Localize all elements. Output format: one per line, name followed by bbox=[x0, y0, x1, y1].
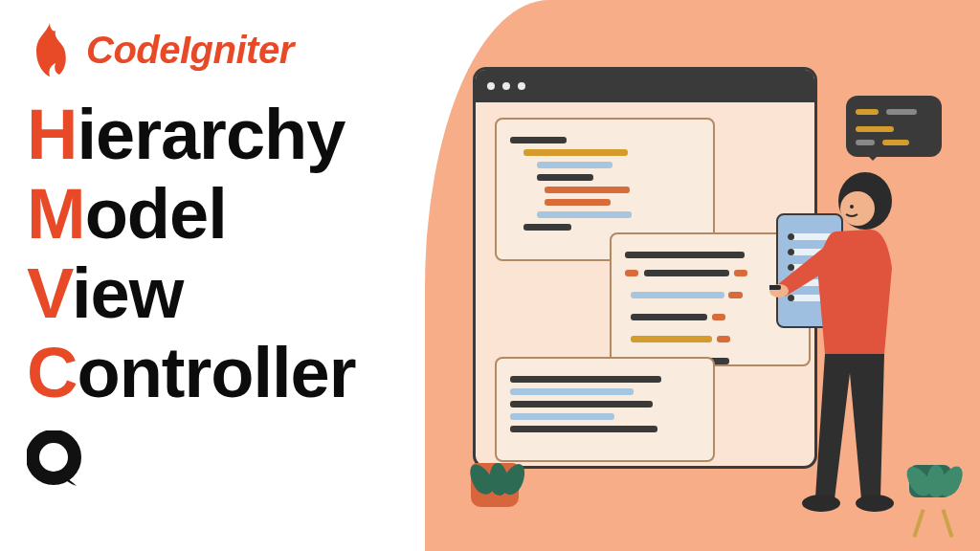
svg-point-3 bbox=[850, 205, 854, 209]
svg-point-7 bbox=[856, 495, 894, 512]
svg-point-0 bbox=[33, 436, 75, 478]
browser-titlebar bbox=[476, 70, 814, 102]
speech-bubble-icon bbox=[846, 96, 942, 157]
term-controller: Controller bbox=[27, 334, 448, 413]
svg-point-6 bbox=[802, 495, 840, 512]
left-panel: CodeIgniter Hierarchy Model View Control… bbox=[27, 21, 448, 492]
illustration bbox=[463, 57, 942, 517]
browser-window bbox=[473, 67, 817, 469]
plant-right bbox=[909, 465, 951, 497]
q-logo-icon bbox=[27, 430, 448, 492]
svg-point-2 bbox=[840, 191, 875, 226]
term-model: Model bbox=[27, 175, 448, 254]
brand-name: CodeIgniter bbox=[86, 29, 294, 72]
term-view: View bbox=[27, 254, 448, 334]
code-pane-3 bbox=[495, 357, 715, 462]
hmvc-terms: Hierarchy Model View Controller bbox=[27, 96, 448, 413]
term-hierarchy: Hierarchy bbox=[27, 96, 448, 175]
flame-icon bbox=[27, 21, 73, 78]
plant-left bbox=[471, 463, 519, 507]
brand-row: CodeIgniter bbox=[27, 21, 448, 78]
svg-rect-5 bbox=[769, 285, 781, 290]
